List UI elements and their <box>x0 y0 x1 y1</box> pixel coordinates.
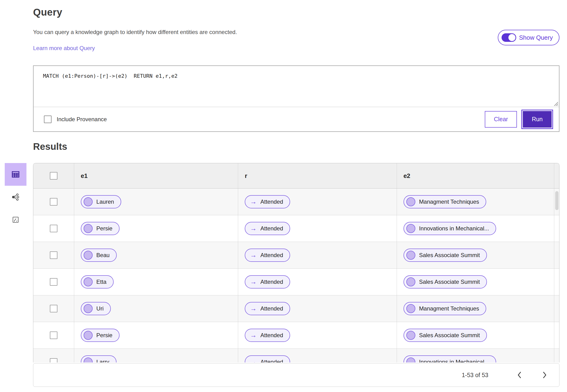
entity-pill[interactable]: Larry <box>81 355 116 363</box>
row-checkbox[interactable] <box>50 225 57 232</box>
row-cell-e1: Persie <box>74 322 238 349</box>
entity-pill[interactable]: Persie <box>81 329 120 342</box>
chevron-right-icon <box>542 371 547 379</box>
entity-label: Innovations in Mechanical... <box>419 359 489 363</box>
include-provenance-label[interactable]: Include Provenance <box>57 116 107 123</box>
arrow-right-icon: → <box>250 305 257 312</box>
entity-pill[interactable]: Innovations in Mechanical... <box>403 355 496 363</box>
row-cell-select <box>33 242 74 268</box>
row-cell-scroll <box>554 322 559 349</box>
row-checkbox[interactable] <box>50 332 57 339</box>
results-pagination-bar: 1-53 of 53 <box>33 363 559 387</box>
row-checkbox[interactable] <box>50 358 57 363</box>
query-editor[interactable]: MATCH (e1:Person)-[r]->(e2) RETURN e1,r,… <box>34 66 559 107</box>
entity-label: Sales Associate Summit <box>419 332 480 339</box>
table-row: Uri→AttendedManagment Techniques <box>33 295 559 322</box>
relation-label: Attended <box>260 279 283 285</box>
entity-pill[interactable]: Sales Associate Summit <box>403 249 487 262</box>
row-cell-r: →Attended <box>238 269 397 295</box>
relation-label: Attended <box>260 359 283 363</box>
row-cell-e1: Etta <box>74 269 238 295</box>
relation-pill[interactable]: →Attended <box>245 355 290 363</box>
clear-button[interactable]: Clear <box>485 111 517 127</box>
entity-pill[interactable]: Lauren <box>81 195 121 209</box>
entity-pill[interactable]: Sales Associate Summit <box>403 275 487 289</box>
select-all-checkbox[interactable] <box>50 172 57 180</box>
entity-pill[interactable]: Uri <box>81 302 111 315</box>
relation-pill[interactable]: →Attended <box>245 249 290 262</box>
row-cell-r: →Attended <box>238 189 397 215</box>
relation-pill[interactable]: →Attended <box>245 222 290 235</box>
table-view-button[interactable] <box>5 163 27 186</box>
results-title: Results <box>33 141 67 152</box>
table-row: Etta→AttendedSales Associate Summit <box>33 269 559 295</box>
header-cell-select <box>33 163 74 188</box>
entity-pill[interactable]: Managment Techniques <box>403 195 486 209</box>
entity-label: Innovations in Mechanical... <box>419 225 489 232</box>
row-cell-e1: Beau <box>74 242 238 268</box>
relation-pill[interactable]: →Attended <box>245 329 290 342</box>
entity-label: Persie <box>97 225 112 232</box>
relation-pill[interactable]: →Attended <box>245 302 290 315</box>
row-cell-e2: Managment Techniques <box>397 295 554 322</box>
row-cell-scroll <box>554 295 559 322</box>
chart-view-button[interactable] <box>5 209 27 231</box>
entity-pill[interactable]: Beau <box>81 249 117 262</box>
row-cell-e2: Managment Techniques <box>397 189 554 215</box>
entity-node-icon <box>406 331 415 340</box>
table-row: Persie→AttendedInnovations in Mechanical… <box>33 215 559 242</box>
row-checkbox[interactable] <box>50 198 57 206</box>
show-query-toggle[interactable]: Show Query <box>498 30 559 45</box>
entity-label: Uri <box>97 305 104 312</box>
chevron-left-icon <box>517 371 522 379</box>
results-table: e1 r e2 Lauren→AttendedManagment Techniq… <box>33 163 559 363</box>
row-checkbox[interactable] <box>50 305 57 312</box>
row-cell-r: →Attended <box>238 322 397 349</box>
relation-label: Attended <box>260 198 283 205</box>
entity-node-icon <box>406 358 415 363</box>
row-cell-r: →Attended <box>238 215 397 242</box>
entity-label: Beau <box>97 252 110 258</box>
entity-pill[interactable]: Sales Associate Summit <box>403 329 487 342</box>
table-row: Persie→AttendedSales Associate Summit <box>33 322 559 349</box>
query-description: You can query a knowledge graph to ident… <box>33 29 237 35</box>
previous-page-button[interactable] <box>514 370 525 380</box>
row-cell-e1: Persie <box>74 215 238 242</box>
arrow-right-icon: → <box>250 225 257 232</box>
network-view-button[interactable] <box>5 186 27 209</box>
row-cell-scroll <box>554 215 559 242</box>
vertical-scrollbar[interactable] <box>555 191 558 210</box>
entity-pill[interactable]: Managment Techniques <box>403 302 486 315</box>
arrow-right-icon: → <box>250 198 257 205</box>
entity-node-icon <box>406 277 415 286</box>
relation-pill[interactable]: →Attended <box>245 195 290 209</box>
entity-pill[interactable]: Innovations in Mechanical... <box>403 222 496 235</box>
row-checkbox[interactable] <box>50 278 57 286</box>
query-footer: Include Provenance Clear Run <box>34 107 559 131</box>
entity-pill[interactable]: Persie <box>81 222 120 235</box>
table-icon <box>11 170 20 179</box>
row-cell-e2: Innovations in Mechanical... <box>397 349 554 363</box>
relation-label: Attended <box>260 305 283 312</box>
row-checkbox[interactable] <box>50 252 57 259</box>
relation-label: Attended <box>260 332 283 339</box>
show-query-label: Show Query <box>519 34 553 41</box>
row-cell-scroll <box>554 269 559 295</box>
entity-pill[interactable]: Etta <box>81 275 114 289</box>
row-cell-r: →Attended <box>238 242 397 268</box>
next-page-button[interactable] <box>539 370 550 380</box>
header-cell-r: r <box>238 163 397 188</box>
run-button[interactable]: Run <box>522 110 552 128</box>
entity-label: Sales Associate Summit <box>419 279 480 285</box>
row-cell-scroll <box>554 349 559 363</box>
entity-node-icon <box>84 304 93 313</box>
entity-label: Lauren <box>97 198 114 205</box>
learn-more-link[interactable]: Learn more about Query <box>33 45 95 52</box>
row-cell-e2: Sales Associate Summit <box>397 242 554 268</box>
relation-pill[interactable]: →Attended <box>245 275 290 289</box>
include-provenance-checkbox[interactable] <box>44 115 52 123</box>
entity-node-icon <box>84 224 93 233</box>
entity-label: Etta <box>97 279 107 285</box>
entity-node-icon <box>406 197 415 206</box>
arrow-right-icon: → <box>250 252 257 258</box>
